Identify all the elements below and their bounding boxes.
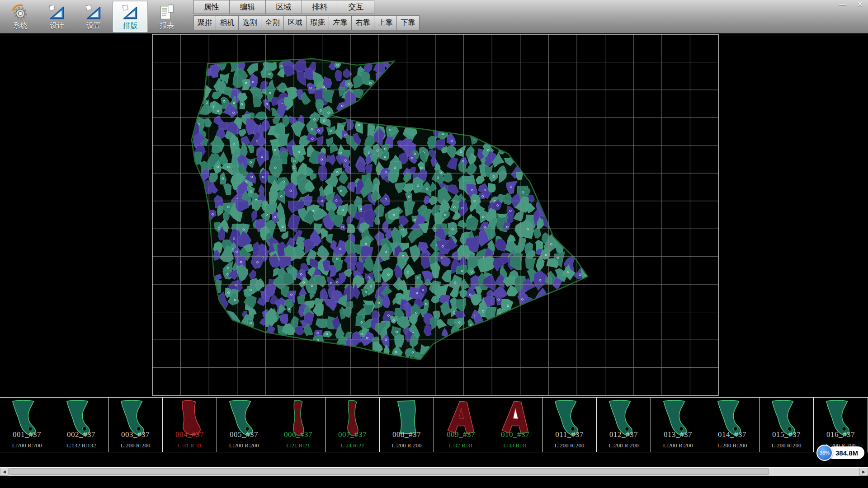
piece-thumbnail[interactable]: 009_#37L:32 R:31: [434, 398, 488, 452]
piece-thumbnail[interactable]: 003_#37L:200 R:200: [108, 398, 163, 452]
toolbar-button-system[interactable]: 系统: [3, 1, 38, 33]
piece-lr-label: L:32 R:31: [434, 442, 488, 449]
piece-thumbnail[interactable]: 010_#37L:33 R:31: [488, 398, 542, 452]
scroll-right-button[interactable]: ▶: [859, 468, 868, 476]
scrollbar-track[interactable]: [9, 468, 859, 476]
menu-tab-nesting[interactable]: 排料: [302, 0, 338, 14]
piece-id-label: 006_#37: [271, 430, 325, 439]
toolbar-button-label: 报表: [160, 22, 174, 29]
piece-lr-label: L:31 R:31: [163, 442, 217, 449]
toolbar-button-label: 排版: [123, 22, 137, 29]
tool-button-cluster-nest[interactable]: 聚排: [193, 15, 216, 30]
scroll-left-button[interactable]: ◀: [0, 468, 9, 476]
piece-id-label: 008_#37: [380, 430, 434, 439]
gear-icon: [12, 4, 29, 21]
tool-button-cut-all[interactable]: 全割: [261, 15, 284, 30]
piece-thumbnail[interactable]: 006_#37L:21 R:21: [271, 398, 326, 452]
piece-lr-label: L:200 R:200: [217, 442, 271, 449]
minimize-button[interactable]: —: [837, 1, 848, 9]
piece-thumbnail[interactable]: 001_#37L:700 R:700: [0, 398, 54, 452]
piece-id-label: 015_#37: [760, 430, 813, 439]
window-controls: — ✕: [837, 1, 865, 9]
nesting-canvas[interactable]: [0, 33, 868, 399]
triangle-ruler-icon: [85, 4, 102, 21]
toolbar-button-design[interactable]: 设计: [39, 1, 75, 33]
triangle-ruler-icon: [48, 4, 66, 21]
piece-lr-label: L:24 R:21: [326, 442, 379, 449]
tool-button-snap-top[interactable]: 上靠: [374, 15, 397, 30]
piece-thumbnail-strip: 001_#37L:700 R:700002_#37L:132 R:132003_…: [0, 397, 868, 452]
application-window: 系统设计设置排版报表 属性编辑区域排料交互 聚排相机选割全割区域瑕疵左靠右靠上靠…: [0, 0, 868, 488]
piece-lr-label: L:200 R:200: [760, 442, 813, 449]
piece-thumbnail[interactable]: 007_#37L:24 R:21: [326, 398, 380, 452]
piece-id-label: 011_#37: [542, 430, 596, 439]
piece-lr-label: L:200 R:200: [651, 442, 705, 449]
progress-percent-badge: 38%: [816, 445, 833, 461]
tool-button-row: 聚排相机选割全割区域瑕疵左靠右靠上靠下靠: [193, 14, 420, 30]
memory-usage-badge: 38% 384.8M: [816, 445, 864, 461]
piece-lr-label: L:200 R:200: [597, 442, 651, 449]
piece-lr-label: L:132 R:132: [54, 442, 108, 449]
piece-id-label: 005_#37: [217, 430, 271, 439]
tool-button-region[interactable]: 区域: [284, 15, 307, 30]
toolbar-button-label: 系统: [13, 22, 28, 29]
piece-lr-label: L:700 R:700: [0, 442, 54, 449]
toolbar-button-layout[interactable]: 排版: [113, 1, 148, 33]
main-toolbar: 系统设计设置排版报表: [3, 1, 184, 33]
tool-button-defect[interactable]: 瑕疵: [307, 15, 329, 30]
piece-lr-label: L:21 R:21: [271, 442, 325, 449]
piece-thumbnail[interactable]: 013_#37L:200 R:200: [651, 398, 705, 452]
hide-nesting-view: [0, 33, 868, 399]
piece-id-label: 010_#37: [488, 430, 542, 439]
piece-thumbnail[interactable]: 005_#37L:200 R:200: [217, 398, 271, 452]
tool-button-snap-bottom[interactable]: 下靠: [397, 15, 420, 30]
horizontal-scrollbar: ◀ ▶: [0, 467, 868, 476]
piece-id-label: 003_#37: [108, 430, 162, 439]
titlebar: 系统设计设置排版报表 属性编辑区域排料交互 聚排相机选割全割区域瑕疵左靠右靠上靠…: [0, 0, 868, 33]
tool-button-snap-left[interactable]: 左靠: [329, 15, 352, 30]
menu-tab-region[interactable]: 区域: [266, 0, 302, 14]
piece-thumbnail[interactable]: 008_#37L:200 R:200: [380, 398, 434, 452]
menu-tab-row: 属性编辑区域排料交互: [193, 0, 420, 14]
piece-lr-label: L:200 R:200: [380, 442, 434, 449]
menu-tab-properties[interactable]: 属性: [193, 0, 230, 14]
piece-id-label: 004_#37: [163, 430, 217, 439]
tool-button-select-cut[interactable]: 选割: [239, 15, 261, 30]
piece-thumbnail[interactable]: 016_#37L:200 R:200: [814, 398, 868, 452]
toolbar-button-label: 设计: [50, 22, 64, 29]
piece-thumbnail[interactable]: 011_#37L:200 R:200: [542, 398, 597, 452]
menu-area: 属性编辑区域排料交互 聚排相机选割全割区域瑕疵左靠右靠上靠下靠: [193, 0, 420, 30]
menu-tab-edit[interactable]: 编辑: [230, 0, 266, 14]
piece-id-label: 014_#37: [705, 430, 759, 439]
piece-id-label: 013_#37: [651, 430, 705, 439]
report-icon: [158, 4, 175, 21]
tool-button-camera[interactable]: 相机: [216, 15, 239, 30]
close-button[interactable]: ✕: [854, 1, 865, 9]
piece-thumbnail[interactable]: 014_#37L:200 R:200: [705, 398, 760, 452]
piece-thumbnail[interactable]: 015_#37L:200 R:200: [760, 398, 814, 452]
toolbar-button-report[interactable]: 报表: [149, 1, 184, 33]
piece-thumbnail[interactable]: 004_#37L:31 R:31: [163, 398, 217, 452]
scrollbar-thumb[interactable]: [9, 468, 769, 475]
toolbar-button-settings[interactable]: 设置: [76, 1, 111, 33]
menu-tab-interact[interactable]: 交互: [338, 0, 374, 14]
piece-thumbnail[interactable]: 012_#37L:200 R:200: [597, 398, 651, 452]
piece-thumbnail[interactable]: 002_#37L:132 R:132: [54, 398, 108, 452]
piece-lr-label: L:200 R:200: [542, 442, 596, 449]
piece-id-label: 001_#37: [0, 430, 54, 439]
piece-id-label: 009_#37: [434, 430, 488, 439]
memory-value-label: 384.8M: [827, 446, 864, 459]
piece-id-label: 007_#37: [326, 430, 379, 439]
piece-lr-label: L:33 R:31: [488, 442, 542, 449]
piece-lr-label: L:200 R:200: [108, 442, 162, 449]
piece-id-label: 016_#37: [814, 430, 868, 439]
piece-lr-label: L:200 R:200: [705, 442, 759, 449]
toolbar-button-label: 设置: [86, 22, 101, 29]
triangle-ruler-icon: [122, 4, 139, 21]
piece-id-label: 002_#37: [54, 430, 108, 439]
tool-button-snap-right[interactable]: 右靠: [352, 15, 374, 30]
piece-id-label: 012_#37: [597, 430, 651, 439]
